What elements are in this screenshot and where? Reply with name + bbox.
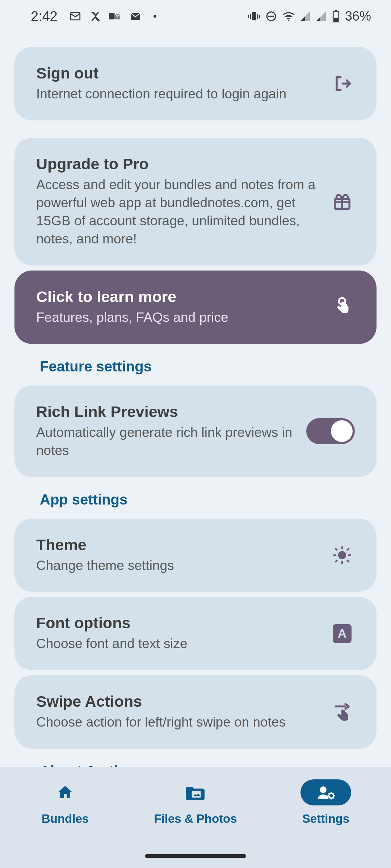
svg-rect-2: [252, 12, 256, 20]
nav-files-label: Files & Photos: [154, 812, 237, 826]
outlook-icon: [109, 11, 121, 22]
upgrade-pro-subtitle: Access and edit your bundles and notes f…: [36, 176, 319, 248]
theme-subtitle: Change theme settings: [36, 557, 319, 575]
svg-line-33: [329, 793, 329, 794]
files-icon: [170, 779, 221, 805]
toggle-knob: [331, 420, 353, 442]
sun-icon: [329, 545, 355, 565]
status-right: ! ! 36%: [248, 9, 371, 24]
battery-percent: 36%: [345, 9, 371, 24]
theme-row[interactable]: Theme Change theme settings: [14, 519, 377, 592]
svg-rect-5: [248, 15, 249, 18]
dot-icon: •: [153, 10, 157, 22]
svg-rect-3: [250, 14, 251, 19]
upgrade-pro-body: Upgrade to Pro Access and edit your bund…: [36, 155, 319, 248]
rich-link-subtitle: Automatically generate rich link preview…: [36, 424, 295, 460]
svg-point-17: [338, 551, 346, 559]
svg-rect-4: [257, 14, 258, 19]
dnd-icon: [265, 10, 277, 22]
svg-line-36: [329, 797, 329, 798]
learn-more-row[interactable]: Click to learn more Features, plans, FAQ…: [14, 271, 377, 344]
swipe-icon: [329, 702, 355, 722]
swipe-subtitle: Choose action for left/right swipe on no…: [36, 713, 319, 731]
sign-out-title: Sign out: [36, 64, 319, 82]
home-icon: [40, 779, 91, 805]
theme-body: Theme Change theme settings: [36, 536, 319, 575]
signal-2-icon: !: [316, 11, 327, 21]
theme-title: Theme: [36, 536, 319, 554]
svg-point-9: [288, 20, 289, 21]
status-time: 2:42: [31, 9, 58, 24]
vibrate-icon: [248, 11, 260, 21]
svg-rect-14: [334, 18, 338, 21]
svg-text:!: !: [308, 11, 310, 17]
touch-icon: [329, 297, 355, 317]
font-title: Font options: [36, 614, 319, 632]
feature-settings-header: Feature settings: [14, 344, 377, 386]
svg-rect-6: [259, 15, 260, 18]
font-icon: A: [329, 624, 355, 643]
gift-icon: [329, 192, 355, 211]
swipe-body: Swipe Actions Choose action for left/rig…: [36, 693, 319, 731]
svg-line-23: [348, 561, 349, 562]
status-left: 2:42 •: [31, 9, 157, 24]
font-subtitle: Choose font and text size: [36, 635, 319, 653]
font-body: Font options Choose font and text size: [36, 614, 319, 653]
app-settings-header: App settings: [14, 477, 377, 519]
learn-more-body: Click to learn more Features, plans, FAQ…: [36, 288, 319, 327]
battery-icon: [332, 10, 340, 22]
sign-out-subtitle: Internet connection required to login ag…: [36, 85, 319, 103]
svg-line-22: [336, 549, 337, 550]
learn-more-title: Click to learn more: [36, 288, 319, 306]
svg-rect-13: [335, 10, 337, 11]
svg-line-35: [333, 793, 334, 794]
svg-point-28: [329, 793, 333, 798]
settings-icon: [300, 779, 351, 805]
sign-out-body: Sign out Internet connection required to…: [36, 64, 319, 103]
svg-rect-26: [192, 791, 201, 798]
rich-link-body: Rich Link Previews Automatically generat…: [36, 403, 295, 460]
signal-1-icon: !: [300, 11, 311, 21]
mail-outline-icon: [69, 10, 81, 22]
svg-line-25: [336, 561, 337, 562]
svg-line-24: [348, 549, 349, 550]
x-icon: [89, 10, 101, 22]
rich-link-title: Rich Link Previews: [36, 403, 295, 421]
upgrade-pro-title: Upgrade to Pro: [36, 155, 319, 173]
wifi-icon: [282, 11, 295, 22]
bottom-nav: Bundles Files & Photos Settings: [0, 767, 391, 868]
rich-link-toggle[interactable]: [306, 418, 355, 444]
svg-line-34: [333, 797, 334, 798]
swipe-actions-row[interactable]: Swipe Actions Choose action for left/rig…: [14, 675, 377, 749]
nav-files[interactable]: Files & Photos: [148, 779, 243, 826]
sign-out-row[interactable]: Sign out Internet connection required to…: [14, 47, 377, 120]
upgrade-pro-row[interactable]: Upgrade to Pro Access and edit your bund…: [14, 138, 377, 265]
svg-text:!: !: [324, 11, 325, 17]
sign-out-icon: [329, 74, 355, 93]
swipe-title: Swipe Actions: [36, 693, 319, 710]
nav-settings[interactable]: Settings: [279, 779, 373, 826]
nav-bundles[interactable]: Bundles: [18, 779, 112, 826]
font-options-row[interactable]: Font options Choose font and text size A: [14, 597, 377, 670]
svg-rect-1: [109, 13, 115, 20]
nav-bundles-label: Bundles: [42, 812, 89, 826]
gesture-handle[interactable]: [145, 854, 246, 858]
rich-link-previews-row[interactable]: Rich Link Previews Automatically generat…: [14, 386, 377, 477]
mail-icon: [129, 10, 142, 22]
svg-point-27: [320, 786, 327, 793]
settings-content: Sign out Internet connection required to…: [0, 33, 391, 808]
status-bar: 2:42 • ! ! 36%: [0, 0, 391, 33]
learn-more-subtitle: Features, plans, FAQs and price: [36, 309, 319, 327]
nav-settings-label: Settings: [302, 812, 349, 826]
